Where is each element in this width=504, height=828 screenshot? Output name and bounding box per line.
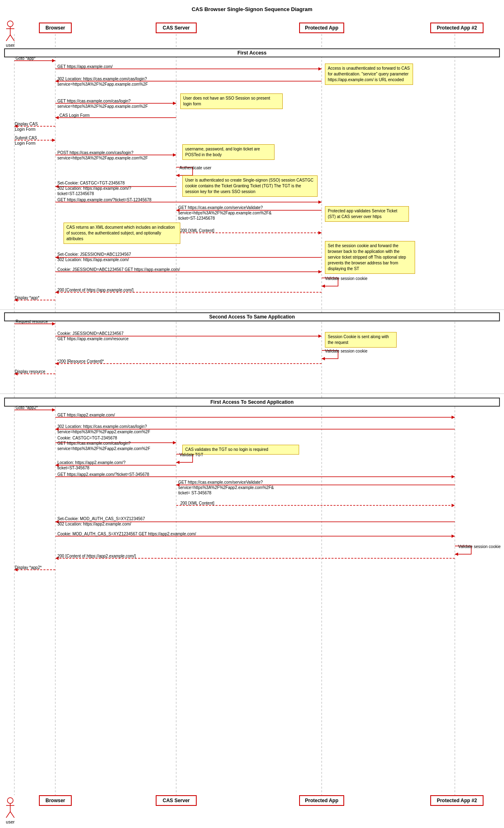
actor-user: user	[4, 797, 16, 824]
svg-marker-73	[455, 553, 458, 556]
diagram-title: CAS Browser Single-Signon Sequence Diagr…	[0, 4, 504, 12]
message-label: GET https://cas.example.com/serviceValid…	[178, 480, 274, 496]
svg-marker-18	[52, 139, 55, 142]
svg-marker-8	[318, 67, 322, 71]
message-label: POST https://cas.example.com/cas/login? …	[57, 150, 148, 161]
message-label: Display CAS Login Form	[15, 121, 38, 132]
svg-marker-12	[173, 102, 176, 105]
svg-point-74	[7, 21, 13, 27]
svg-marker-61	[452, 504, 455, 507]
message-label: GET https://app.example.com/?ticket=ST-1…	[57, 197, 152, 202]
message-label: 200 [Content of https://app2.example.com…	[57, 553, 136, 559]
svg-line-77	[6, 35, 10, 41]
lifeline-header-app2: Protected App #2	[430, 23, 484, 33]
svg-marker-26	[318, 231, 322, 234]
message-label: CAS Login Form	[59, 113, 90, 118]
note-box: Access is unauthenticated so forward to …	[325, 64, 413, 85]
svg-marker-14	[55, 116, 59, 119]
svg-marker-20	[173, 153, 176, 157]
message-label: Display *app*	[15, 295, 39, 300]
message-label: Submit CAS Login Form	[15, 135, 37, 146]
section-separator	[0, 309, 504, 310]
note-box: User is authenticated so create Single-s…	[182, 175, 318, 197]
svg-marker-47	[322, 357, 325, 360]
message-label: Goto *app*	[16, 56, 36, 61]
svg-marker-65	[452, 535, 455, 538]
lifeline-footer-app2: Protected App #2	[430, 795, 484, 806]
message-label: GET https://app.example.com/	[57, 64, 113, 69]
note-box: Set the session cookie and forward the b…	[325, 241, 415, 274]
actor-user: user	[4, 20, 16, 48]
message-label: Cookie: JSESSIONID=ABC1234567 GET https:…	[57, 267, 180, 272]
note-box: CAS returns an XML document which includ…	[64, 223, 180, 244]
svg-line-83	[10, 812, 14, 818]
message-label: Display *app2*	[15, 565, 42, 570]
svg-marker-51	[452, 416, 455, 419]
message-label: Validate session cookie	[325, 348, 368, 354]
svg-marker-59	[452, 475, 455, 478]
message-label: Request resource	[16, 319, 48, 324]
message-label: Cookie: JSESSIONID=ABC1234567 GET https:…	[57, 331, 129, 341]
message-label: Goto *app2*	[16, 405, 38, 410]
section-separator	[0, 394, 504, 394]
message-label: *200 [Resource Content]*	[57, 359, 104, 364]
svg-marker-35	[176, 174, 179, 177]
message-label: Validate session cookie	[458, 544, 501, 549]
svg-marker-72	[176, 461, 179, 464]
message-label: 200 [XML Content]	[180, 500, 214, 506]
message-label: Set-Cookie: MOD_AUTH_CAS_S=XYZ1234567 30…	[57, 516, 145, 527]
message-label: GET https://cas.example.com/serviceValid…	[178, 205, 272, 221]
svg-marker-24	[318, 200, 322, 204]
note-box: Protected app validates Service Ticket (…	[325, 206, 409, 222]
message-label: Set-Cookie: JSESSIONID=ABC1234567 302 Lo…	[57, 252, 131, 262]
message-label: Location: https://app2.example.com/? tic…	[57, 460, 125, 471]
message-label: Authenticate user	[179, 165, 211, 171]
message-label: Display resource	[15, 369, 45, 374]
message-label: Cookie: CASTGC=TGT-2345678 GET https://c…	[57, 435, 150, 451]
message-label: Set-Cookie: CASTGC=TGT-2345678 302 Locat…	[57, 180, 131, 196]
message-label: Validate session cookie	[325, 276, 368, 281]
svg-marker-6	[52, 59, 55, 62]
lifeline-footer-browser: Browser	[39, 795, 72, 806]
note-box: username, password, and login ticket are…	[182, 144, 275, 160]
section-header: First Access To Second Application	[4, 398, 500, 407]
note-box: User does not have an SSO Session so pre…	[180, 93, 283, 109]
lifeline-footer-app1: Protected App	[299, 795, 344, 806]
message-label: 302 Location: https://cas.example.com/ca…	[57, 76, 148, 87]
svg-line-78	[10, 35, 14, 41]
lifeline-header-browser: Browser	[39, 23, 72, 33]
message-label: 200 [Content of https://app.example.com/…	[57, 287, 134, 293]
svg-point-79	[7, 798, 13, 803]
message-label: GET https://cas.example.com/cas/login? s…	[57, 98, 148, 109]
lifeline-header-app1: Protected App	[299, 23, 344, 33]
svg-marker-42	[318, 334, 322, 338]
message-label: 302 Location: https://cas.example.com/ca…	[57, 424, 150, 434]
lifeline-header-cas: CAS Server	[156, 23, 197, 33]
svg-line-82	[6, 812, 10, 818]
note-box: Session Cookie is sent along with the re…	[325, 332, 397, 348]
svg-marker-30	[318, 270, 322, 273]
message-label: GET https://app2.example.com/?ticket=ST-…	[57, 472, 149, 477]
lifeline-footer-cas: CAS Server	[156, 795, 197, 806]
message-label: GET https://app2.example.com/	[57, 412, 115, 418]
section-header: First Access	[4, 48, 500, 57]
svg-marker-55	[173, 441, 176, 444]
message-label: 200 [XML Content]	[180, 228, 214, 233]
message-label: Cookie: MOD_AUTH_CAS_S=XYZ1234567 GET ht…	[57, 531, 196, 537]
message-label: Validate TGT	[179, 452, 203, 457]
svg-marker-40	[52, 322, 55, 325]
section-header: Second Access To Same Application	[4, 312, 500, 321]
svg-marker-38	[322, 284, 325, 288]
svg-marker-49	[52, 408, 55, 412]
